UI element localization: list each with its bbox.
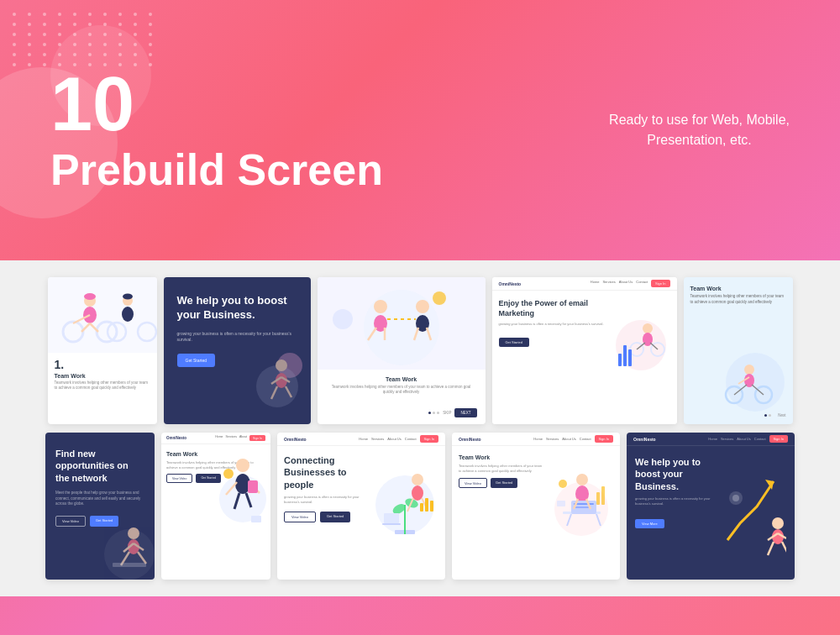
card5-desc: Teamwork involves helping other members … <box>690 294 786 306</box>
card10-sub: growing your business is often a necessi… <box>635 496 712 506</box>
svg-line-102 <box>782 542 786 554</box>
svg-point-106 <box>732 495 739 501</box>
card8-btn-view[interactable]: View Video <box>284 512 316 522</box>
svg-rect-89 <box>574 506 589 508</box>
card4-nav-services: Services <box>602 280 615 287</box>
screen-card-9[interactable]: OmniNesto Home Services About Us Contact… <box>452 433 620 580</box>
card1-title: Team Work <box>55 373 150 379</box>
screen-card-8[interactable]: OmniNesto Home Services About Us Contact… <box>277 433 445 580</box>
card4-nav-cta[interactable]: Sign In <box>651 280 669 287</box>
card8-headline: Connecting Businesses to people <box>284 454 363 491</box>
card5-title: Team Work <box>690 286 786 291</box>
screen-card-5[interactable]: Team Work Teamwork involves helping othe… <box>684 277 793 424</box>
card2-headline: We help you to boost your Business. <box>164 277 311 331</box>
svg-point-31 <box>433 291 446 305</box>
screen-card-2[interactable]: We help you to boost your Business. grow… <box>164 277 311 424</box>
svg-rect-58 <box>113 563 146 567</box>
svg-rect-81 <box>425 498 428 512</box>
hero-subtitle: Ready to use for Web, Mobile, Presentati… <box>609 110 790 150</box>
card2-btn[interactable]: Get Started <box>177 354 216 367</box>
card6-subtext: Meet the people that help grow your busi… <box>45 491 155 507</box>
svg-rect-95 <box>601 486 605 505</box>
screens-section: 1. Team Work Teamwork involves helping o… <box>0 260 840 596</box>
card3-illustration <box>318 277 486 370</box>
svg-point-84 <box>576 474 588 485</box>
card5-nav: Next <box>764 413 785 417</box>
card4-illustration <box>612 299 670 375</box>
svg-point-15 <box>276 359 287 371</box>
svg-point-0 <box>63 322 83 342</box>
card6-headline: Find new opportunities on the network <box>45 433 155 491</box>
card9-illustration <box>550 454 613 564</box>
card8-illustration <box>371 454 438 564</box>
card5-illustration <box>713 340 793 416</box>
card8-nav-cta[interactable]: Sign In <box>420 435 438 443</box>
card4-nav-home: Home <box>591 280 600 287</box>
card3-desc: Teamwork involves helping other members … <box>326 385 477 396</box>
card8-btn-get[interactable]: Get Started <box>320 512 350 522</box>
screens-row-1: 1. Team Work Teamwork involves helping o… <box>13 277 827 424</box>
svg-rect-94 <box>596 492 600 505</box>
svg-point-74 <box>412 474 423 485</box>
card9-nav-cta[interactable]: Sign In <box>595 435 613 443</box>
svg-rect-66 <box>248 480 258 493</box>
svg-rect-40 <box>618 354 622 366</box>
card3-next[interactable]: NEXT <box>454 408 476 417</box>
screen-card-1[interactable]: 1. Team Work Teamwork involves helping o… <box>48 277 157 424</box>
screen-card-3[interactable]: Team Work Teamwork involves helping othe… <box>318 277 486 424</box>
svg-point-10 <box>122 307 134 322</box>
svg-point-99 <box>772 517 784 529</box>
svg-line-101 <box>768 542 774 555</box>
svg-rect-42 <box>628 349 632 366</box>
screens-row-2: Find new opportunities on the network Me… <box>13 433 827 580</box>
card2-illustration <box>231 340 311 424</box>
card10-logo: OmniNesto <box>633 437 656 442</box>
card1-number: 1. <box>55 358 150 371</box>
svg-point-12 <box>138 323 156 341</box>
card10-nav-cta[interactable]: Sign In <box>769 435 788 443</box>
card4-btn[interactable]: Get Started <box>499 338 529 347</box>
card3-title: Team Work <box>326 376 477 382</box>
svg-rect-79 <box>382 523 401 525</box>
card9-btn-get[interactable]: Get Started <box>491 478 517 488</box>
svg-point-52 <box>128 527 139 539</box>
card6-btn-view[interactable]: View Video <box>55 516 86 527</box>
screen-card-7[interactable]: OmniNesto Home Services About Sign In Te… <box>161 433 270 580</box>
card4-sub: growing your business is often a necessi… <box>499 322 605 327</box>
card6-illustration <box>92 517 155 580</box>
svg-rect-82 <box>430 501 433 512</box>
card5-content: Team Work Teamwork involves helping othe… <box>684 277 793 319</box>
svg-rect-41 <box>623 345 627 366</box>
svg-point-67 <box>223 469 234 479</box>
card5-nav-text: Next <box>778 413 785 417</box>
card4-nav-about: About Us <box>619 280 633 287</box>
card8-logo: OmniNesto <box>284 437 307 442</box>
svg-point-22 <box>374 300 387 313</box>
svg-point-46 <box>744 365 754 375</box>
card4-nav-contact: Contact <box>636 280 648 287</box>
screen-card-6[interactable]: Find new opportunities on the network Me… <box>45 433 155 580</box>
svg-rect-80 <box>420 503 423 512</box>
svg-point-60 <box>236 459 249 472</box>
svg-point-4 <box>84 293 96 300</box>
svg-rect-78 <box>384 513 399 523</box>
card3-skip[interactable]: SKIP <box>443 411 451 415</box>
card7-illustration <box>216 440 270 558</box>
screen-card-4[interactable]: OmniNesto Home Services About Us Contact… <box>492 277 677 424</box>
card1-illustration <box>48 277 157 353</box>
svg-point-9 <box>123 294 133 300</box>
hero-title: Prebuild Screen <box>50 146 383 194</box>
hero-section: for(let i=0;i<60;i++){ document.write('<… <box>0 0 840 260</box>
hero-text: 10 Prebuild Screen <box>50 66 383 194</box>
card8-sub: growing your business is often a necessi… <box>284 495 363 505</box>
card7-logo: OmniNesto <box>166 436 186 440</box>
card1-desc: Teamwork involves helping other members … <box>55 380 150 391</box>
card9-title: Team Work <box>459 454 543 460</box>
card10-illustration <box>719 456 786 565</box>
card10-btn[interactable]: View More <box>635 519 664 528</box>
card9-logo: OmniNesto <box>459 437 481 442</box>
card9-btn-view[interactable]: View Video <box>459 478 487 488</box>
screen-card-10[interactable]: OmniNesto Home Services About Us Contact… <box>627 433 795 580</box>
card7-btn-view[interactable]: View Video <box>166 474 192 483</box>
svg-point-32 <box>333 309 353 329</box>
